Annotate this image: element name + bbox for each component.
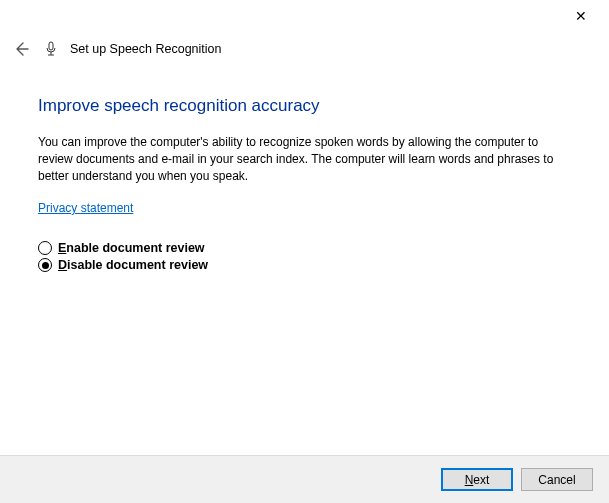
radio-button-icon [38, 241, 52, 255]
close-icon: ✕ [575, 8, 587, 24]
close-button[interactable]: ✕ [565, 0, 597, 32]
cancel-button-label: Cancel [538, 473, 575, 487]
radio-enable-document-review[interactable]: Enable document review [38, 241, 571, 255]
radio-label: Disable document review [58, 258, 208, 272]
microphone-icon [42, 40, 60, 58]
back-arrow-icon [13, 41, 29, 57]
content-area: Improve speech recognition accuracy You … [0, 68, 609, 272]
titlebar: ✕ [0, 0, 609, 32]
privacy-statement-link[interactable]: Privacy statement [38, 201, 133, 215]
back-button[interactable] [10, 38, 32, 60]
next-button[interactable]: Next [441, 468, 513, 491]
description-text: You can improve the computer's ability t… [38, 134, 568, 184]
wizard-header: Set up Speech Recognition [0, 32, 609, 68]
cancel-button[interactable]: Cancel [521, 468, 593, 491]
radio-group: Enable document review Disable document … [38, 241, 571, 272]
radio-disable-document-review[interactable]: Disable document review [38, 258, 571, 272]
footer-bar: Next Cancel [0, 455, 609, 503]
wizard-title: Set up Speech Recognition [70, 42, 222, 56]
svg-rect-0 [49, 42, 53, 50]
radio-label: Enable document review [58, 241, 205, 255]
page-heading: Improve speech recognition accuracy [38, 96, 571, 116]
next-button-label: Next [465, 473, 490, 487]
radio-button-icon [38, 258, 52, 272]
